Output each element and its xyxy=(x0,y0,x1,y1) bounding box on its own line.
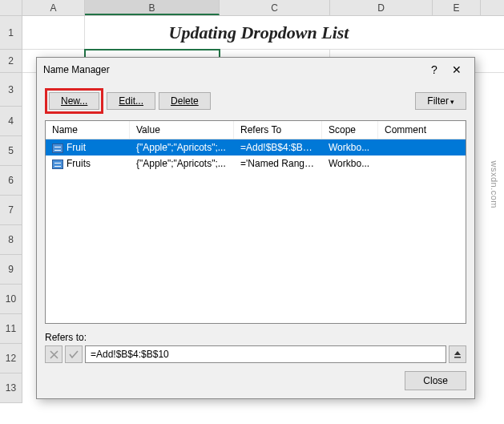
row-header-7[interactable]: 7 xyxy=(0,196,22,225)
row-header-2[interactable]: 2 xyxy=(0,50,22,73)
col-header-b[interactable]: B xyxy=(85,0,220,15)
table-icon xyxy=(52,160,63,169)
row-header-13[interactable]: 13 xyxy=(0,374,22,403)
confirm-edit-button[interactable] xyxy=(65,345,83,363)
row-header-4[interactable]: 4 xyxy=(0,107,22,136)
col-header-d[interactable]: D xyxy=(330,0,433,15)
close-button[interactable]: Close xyxy=(405,371,466,390)
name-list[interactable]: Name Value Refers To Scope Comment Fruit… xyxy=(45,120,466,324)
filter-button[interactable]: Filter▾ xyxy=(415,92,466,110)
arrow-up-icon xyxy=(453,349,462,359)
col-header-e[interactable]: E xyxy=(433,0,481,15)
refers-to-label: Refers to: xyxy=(45,332,466,343)
table-icon xyxy=(52,143,63,153)
col-header-a[interactable]: A xyxy=(22,0,85,15)
col-refers[interactable]: Refers To xyxy=(234,121,322,139)
row-header-10[interactable]: 10 xyxy=(0,285,22,314)
close-icon[interactable]: ✕ xyxy=(446,63,468,76)
dialog-title: Name Manager xyxy=(43,64,423,75)
new-button[interactable]: New... xyxy=(49,92,99,110)
list-header: Name Value Refers To Scope Comment xyxy=(46,121,466,139)
cell-a1[interactable] xyxy=(22,16,85,49)
row-header-9[interactable]: 9 xyxy=(0,255,22,285)
col-scope[interactable]: Scope xyxy=(322,121,378,139)
highlight-box: New... xyxy=(45,88,103,114)
select-all-corner[interactable] xyxy=(0,0,22,15)
col-value[interactable]: Value xyxy=(130,121,234,139)
col-header-c[interactable]: C xyxy=(220,0,330,15)
chevron-down-icon: ▾ xyxy=(450,98,454,106)
collapse-dialog-button[interactable] xyxy=(449,345,466,363)
refers-to-input[interactable] xyxy=(85,345,446,363)
watermark: wsxdn.com xyxy=(490,160,499,208)
list-item[interactable]: Fruit {"Apple";"Apricots";... =Add!$B$4:… xyxy=(46,139,466,155)
x-icon xyxy=(50,350,58,359)
title-cell[interactable]: Updating Dropdown List xyxy=(85,16,433,49)
row-header-8[interactable]: 8 xyxy=(0,225,22,255)
edit-button[interactable]: Edit... xyxy=(107,92,155,110)
list-item[interactable]: Fruits {"Apple";"Apricots";... ='Named R… xyxy=(46,155,466,172)
row-header-3[interactable]: 3 xyxy=(0,73,22,107)
delete-button[interactable]: Delete xyxy=(159,92,211,110)
name-manager-dialog: Name Manager ? ✕ New... Edit... Delete F… xyxy=(36,57,475,399)
col-name[interactable]: Name xyxy=(46,121,130,139)
row-header-12[interactable]: 12 xyxy=(0,344,22,374)
check-icon xyxy=(69,350,79,359)
row-header-11[interactable]: 11 xyxy=(0,314,22,344)
help-button[interactable]: ? xyxy=(423,63,446,76)
dialog-titlebar[interactable]: Name Manager ? ✕ xyxy=(37,58,474,82)
col-comment[interactable]: Comment xyxy=(378,121,466,139)
row-header-1[interactable]: 1 xyxy=(0,16,22,50)
cancel-edit-button[interactable] xyxy=(45,345,62,363)
row-header-5[interactable]: 5 xyxy=(0,136,22,166)
svg-rect-0 xyxy=(454,357,461,358)
row-header-6[interactable]: 6 xyxy=(0,166,22,196)
